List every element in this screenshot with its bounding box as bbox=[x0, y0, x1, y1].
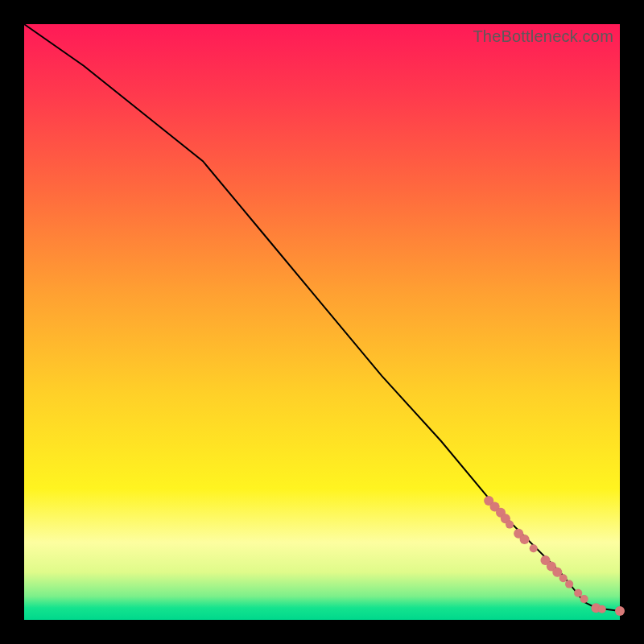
chart-frame: TheBottleneck.com bbox=[0, 0, 644, 644]
plot-area: TheBottleneck.com bbox=[24, 24, 620, 620]
data-point bbox=[574, 589, 582, 597]
data-point bbox=[580, 595, 588, 603]
data-point bbox=[520, 535, 530, 544]
chart-svg bbox=[24, 24, 620, 620]
data-point bbox=[598, 605, 606, 613]
data-point bbox=[530, 544, 538, 552]
data-point bbox=[559, 574, 568, 582]
points-layer bbox=[484, 496, 625, 616]
main-curve bbox=[24, 24, 620, 611]
data-point bbox=[565, 580, 573, 588]
data-point bbox=[615, 606, 625, 616]
data-point bbox=[506, 521, 514, 529]
